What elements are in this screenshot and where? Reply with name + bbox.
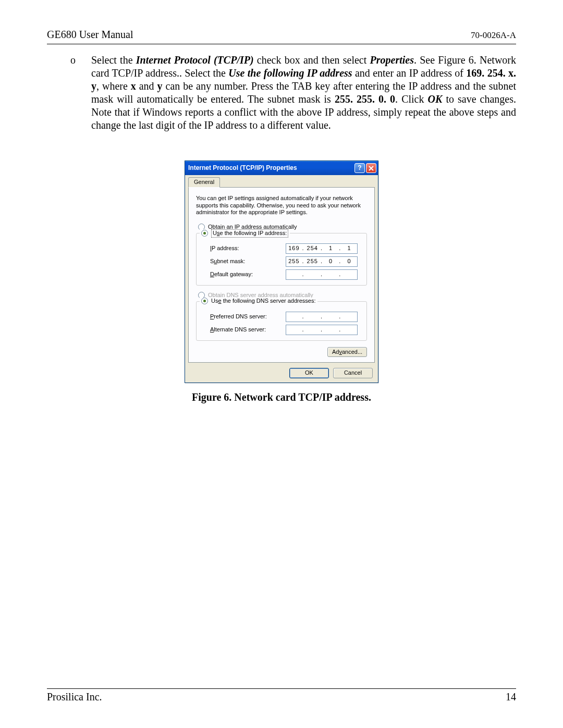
radio-use-following-dns[interactable] [201,298,208,304]
preferred-dns-label: Preferred DNS server: [210,313,286,320]
help-icon: ? [358,164,361,172]
radio-use-following-ip-label: Use the following IP address: [211,229,288,238]
ip-address-group: Use the following IP address: IP address… [196,233,367,286]
preferred-dns-input[interactable]: . . . [286,312,358,322]
ip-address-input[interactable]: 169. 254. 1. 1 [286,243,358,254]
subnet-mask-label: Subnet mask: [210,258,286,265]
list-text: Select the Internet Protocol (TCP/IP) ch… [91,54,516,132]
manual-title: GE680 User Manual [47,29,133,41]
dialog-description: You can get IP settings assigned automat… [196,195,367,216]
ok-button[interactable]: OK [289,368,329,378]
alternate-dns-input[interactable]: . . . [286,325,358,335]
company-name: Prosilica Inc. [47,691,102,703]
dialog-title: Internet Protocol (TCP/IP) Properties [188,164,297,172]
dns-group: Use the following DNS server addresses: … [196,301,367,341]
alternate-dns-label: Alternate DNS server: [210,326,286,334]
ip-address-label: IP address: [210,245,286,252]
close-button[interactable] [366,163,376,173]
default-gateway-input[interactable]: . . . [286,269,358,280]
doc-code: 70-0026A-A [471,30,516,41]
page-header: GE680 User Manual 70-0026A-A [47,29,516,44]
cancel-button[interactable]: Cancel [333,368,373,378]
page-number: 14 [506,691,516,703]
list-item: o Select the Internet Protocol (TCP/IP) … [47,54,516,132]
tab-general[interactable]: General [188,177,220,188]
advanced-button[interactable]: Advanced... [327,347,367,357]
radio-use-following-ip[interactable] [201,230,208,237]
close-icon [369,166,374,171]
page-footer: Prosilica Inc. 14 [47,688,516,703]
tab-body: You can get IP settings assigned automat… [188,187,375,363]
list-bullet: o [47,54,91,132]
subnet-mask-input[interactable]: 255. 255. 0. 0 [286,256,358,267]
radio-use-following-dns-label: Use the following DNS server addresses: [211,298,316,305]
help-button[interactable]: ? [354,163,365,173]
content-area: o Select the Internet Protocol (TCP/IP) … [47,44,516,404]
figure-caption: Figure 6. Network card TCP/IP address. [47,391,516,404]
dialog-titlebar[interactable]: Internet Protocol (TCP/IP) Properties ? [185,161,378,175]
default-gateway-label: Default gateway: [210,271,286,278]
tcpip-properties-dialog: Internet Protocol (TCP/IP) Properties ? … [185,161,378,383]
